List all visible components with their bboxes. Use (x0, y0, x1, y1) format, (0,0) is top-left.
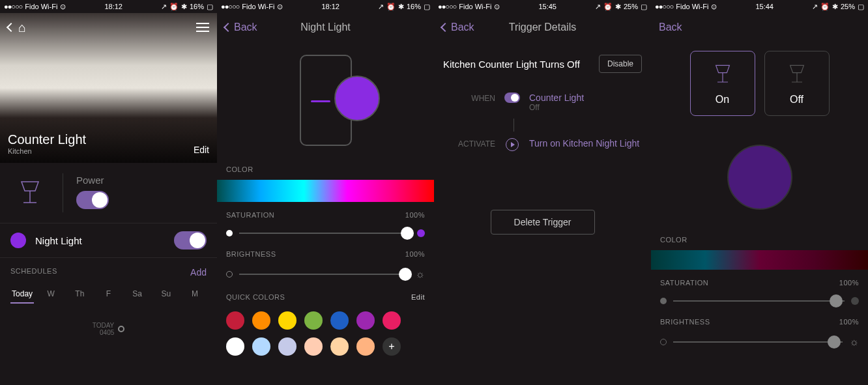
device-room: Kitchen (8, 147, 86, 155)
on-button[interactable]: On (690, 51, 755, 116)
toggle-icon (504, 93, 520, 103)
quick-color-swatch[interactable] (252, 311, 270, 330)
when-state: Off (529, 103, 584, 112)
day-tab[interactable]: Th (68, 289, 91, 304)
menu-icon[interactable] (196, 23, 209, 32)
slider-min-icon (226, 230, 233, 236)
play-icon (506, 138, 519, 151)
saturation-value: 100% (405, 211, 425, 219)
device-hero-image: ⌂ Counter Light Kitchen Edit (0, 13, 217, 163)
saturation-color-dot (851, 297, 859, 305)
quick-color-swatch[interactable] (383, 311, 401, 330)
status-bar: ●●○○○Fido Wi-Fi⊙ 15:45 ↗⏰✱25%▢ (434, 0, 651, 13)
quick-color-swatch[interactable] (330, 337, 349, 356)
day-tab[interactable]: M (183, 289, 207, 304)
screen-night-light: ●●○○○Fido Wi-Fi⊙ 18:12 ↗⏰✱16%▢ Back Nigh… (217, 0, 434, 385)
brightness-slider[interactable] (239, 274, 409, 275)
power-toggle[interactable] (76, 191, 109, 209)
brightness-min-icon (226, 271, 233, 278)
quick-color-swatch[interactable] (330, 311, 349, 330)
chevron-left-icon (7, 23, 16, 32)
status-bar: ●●○○○Fido Wi-Fi⊙ 15:44 ↗⏰✱25%▢ (651, 0, 868, 13)
quick-color-swatch[interactable] (356, 337, 375, 356)
off-label: Off (790, 94, 803, 106)
preset-row[interactable]: Night Light (0, 223, 217, 257)
day-tab[interactable]: Today (10, 289, 34, 304)
preset-color-dot (10, 233, 26, 248)
lamp-icon (10, 173, 50, 212)
saturation-slider[interactable] (239, 233, 411, 234)
back-home-button[interactable]: ⌂ (8, 20, 26, 35)
trigger-name: Kitchen Counter Light Turns Off (443, 59, 580, 70)
day-tab[interactable]: F (96, 289, 120, 304)
activate-action[interactable]: Turn on Kitchen Night Light (529, 138, 642, 149)
brightness-min-icon (660, 339, 667, 345)
screen-color-setup: ●●○○○Fido Wi-Fi⊙ 15:44 ↗⏰✱25%▢ Back On O… (651, 0, 868, 385)
status-bar: ●●○○○Fido Wi-Fi⊙ 18:12 ↗⏰✱16%▢ (0, 0, 217, 13)
on-label: On (716, 94, 729, 106)
saturation-slider[interactable] (673, 300, 845, 302)
quick-color-swatch[interactable] (304, 311, 323, 330)
quick-color-swatch[interactable] (278, 337, 297, 356)
preset-name: Night Light (35, 235, 174, 246)
off-button[interactable]: Off (764, 51, 830, 116)
day-tab[interactable]: Sa (126, 289, 149, 304)
day-tabs[interactable]: Today W Th F Sa Su M (0, 284, 217, 309)
brightness-value: 100% (839, 318, 859, 326)
quick-colors-grid: + (217, 305, 434, 362)
schedules-label: SCHEDULES (10, 267, 57, 278)
device-title: Counter Light (8, 132, 86, 147)
back-button[interactable]: Back (225, 21, 257, 33)
slider-min-icon (660, 298, 667, 304)
quick-color-swatch[interactable] (304, 337, 323, 356)
connector-line (514, 119, 514, 132)
back-button[interactable]: Back (442, 21, 474, 33)
power-label: Power (76, 175, 207, 186)
quick-color-swatch[interactable] (252, 337, 270, 356)
quick-color-swatch[interactable] (226, 311, 244, 330)
chevron-left-icon (441, 23, 450, 32)
color-label: COLOR (226, 165, 253, 173)
disable-button[interactable]: Disable (599, 55, 642, 73)
color-preview-circle (727, 145, 792, 210)
day-tab[interactable]: Su (154, 289, 178, 304)
status-bar: ●●○○○Fido Wi-Fi⊙ 18:12 ↗⏰✱16%▢ (217, 0, 434, 13)
quick-color-swatch[interactable] (356, 311, 375, 330)
screen-device: ●●○○○Fido Wi-Fi⊙ 18:12 ↗⏰✱16%▢ ⌂ Counter… (0, 0, 217, 385)
edit-button[interactable]: Edit (194, 145, 209, 155)
back-button[interactable]: Back (659, 21, 682, 33)
chevron-left-icon (224, 23, 233, 32)
when-label: WHEN (443, 93, 495, 103)
saturation-color-dot (417, 229, 425, 237)
hue-slider[interactable] (651, 250, 868, 270)
color-preview (217, 42, 434, 159)
saturation-label: SATURATION (660, 279, 708, 287)
today-marker: TODAY0405 (0, 322, 217, 336)
brightness-max-icon: ☼ (415, 268, 425, 280)
delete-trigger-button[interactable]: Delete Trigger (491, 210, 595, 235)
saturation-label: SATURATION (226, 211, 274, 219)
screen-trigger-details: ●●○○○Fido Wi-Fi⊙ 15:45 ↗⏰✱25%▢ Back Trig… (434, 0, 651, 385)
brightness-max-icon: ☼ (849, 336, 859, 348)
quick-color-swatch[interactable] (226, 337, 244, 356)
brightness-label: BRIGHTNESS (660, 318, 710, 326)
brightness-slider[interactable] (673, 341, 843, 343)
schedules-add-button[interactable]: Add (190, 267, 207, 278)
hue-slider[interactable] (217, 180, 434, 202)
preset-toggle[interactable] (174, 231, 207, 250)
when-device[interactable]: Counter Light (529, 93, 584, 103)
quick-colors-label: QUICK COLORS (226, 293, 285, 301)
brightness-value: 100% (405, 250, 425, 258)
brightness-label: BRIGHTNESS (226, 250, 276, 258)
saturation-value: 100% (839, 279, 859, 287)
activate-label: ACTIVATE (443, 138, 495, 149)
home-icon: ⌂ (18, 20, 26, 35)
color-label: COLOR (660, 236, 687, 244)
quick-colors-edit[interactable]: Edit (411, 293, 425, 301)
day-tab[interactable]: W (39, 289, 63, 304)
quick-color-swatch[interactable] (278, 311, 297, 330)
add-color-button[interactable]: + (383, 337, 401, 356)
